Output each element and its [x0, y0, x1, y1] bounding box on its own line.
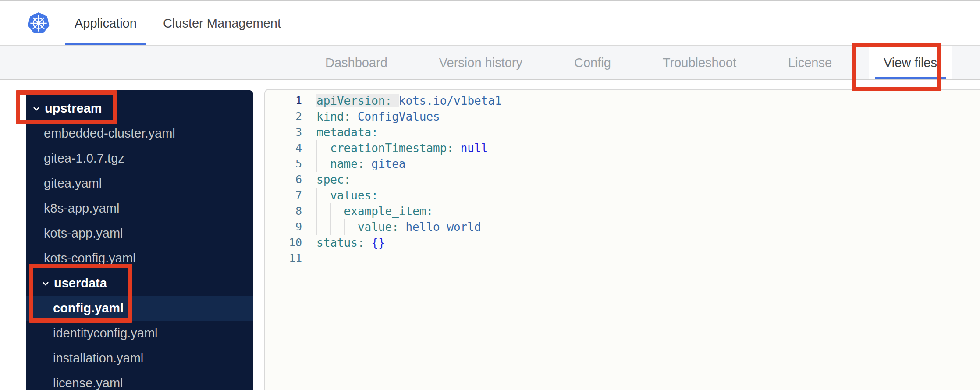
- line-number: 2: [265, 109, 302, 124]
- subnav-item-dashboard[interactable]: Dashboard: [325, 46, 387, 79]
- folder-name: userdata: [54, 276, 107, 291]
- tree-file-kots-config-yaml[interactable]: kots-config.yaml: [26, 246, 253, 271]
- subnav-item-label: Dashboard: [325, 56, 387, 70]
- code-content: spec:: [302, 172, 351, 188]
- token-plain: [365, 236, 372, 249]
- token-key: example_item:: [344, 205, 433, 218]
- subnav-item-version-history[interactable]: Version history: [439, 46, 522, 79]
- subnav-item-view-files[interactable]: View files: [869, 46, 952, 79]
- chevron-down-icon: [41, 279, 50, 288]
- token-key: values:: [330, 189, 378, 202]
- token-key: kind:: [316, 110, 351, 123]
- file-name: embedded-cluster.yaml: [44, 126, 175, 141]
- line-number: 8: [265, 203, 302, 219]
- code-line-4: 4 creationTimestamp: null: [265, 140, 980, 156]
- token-val: hello world: [405, 220, 481, 234]
- app-subnav: DashboardVersion historyConfigTroublesho…: [0, 46, 980, 80]
- token-val: kots.io/v1beta1: [399, 94, 502, 107]
- file-name: gitea-1.0.7.tgz: [44, 151, 124, 166]
- token-key: value:: [358, 220, 399, 234]
- tree-file-gitea-yaml[interactable]: gitea.yaml: [26, 171, 253, 196]
- app-header: ApplicationCluster Management: [0, 1, 980, 46]
- tree-file-k8s-app-yaml[interactable]: k8s-app.yaml: [26, 196, 253, 221]
- header-tab-application[interactable]: Application: [61, 1, 150, 45]
- code-line-10: 10status: {}: [265, 235, 980, 251]
- code-content: example_item:: [302, 203, 433, 219]
- tree-file-identityconfig-yaml[interactable]: identityconfig.yaml: [26, 321, 253, 346]
- indent-guide: [316, 219, 330, 235]
- token-key: spec:: [316, 173, 351, 186]
- header-tab-label: Cluster Management: [163, 16, 281, 31]
- indent-guide: [330, 203, 344, 219]
- tree-file-embedded-cluster-yaml[interactable]: embedded-cluster.yaml: [26, 121, 253, 146]
- file-name: kots-app.yaml: [44, 226, 123, 241]
- tree-file-kots-app-yaml[interactable]: kots-app.yaml: [26, 221, 253, 246]
- line-number: 10: [265, 235, 302, 251]
- file-name: config.yaml: [53, 301, 124, 316]
- header-tab-bar: ApplicationCluster Management: [61, 1, 294, 45]
- line-number: 3: [265, 124, 302, 140]
- header-tab-cluster-management[interactable]: Cluster Management: [150, 1, 294, 45]
- code-line-8: 8 example_item:: [265, 203, 980, 219]
- subnav-item-label: View files: [884, 56, 937, 70]
- indent-guide: [316, 188, 330, 203]
- file-name: k8s-app.yaml: [44, 201, 119, 216]
- file-name: license.yaml: [53, 376, 123, 390]
- code-content: [302, 251, 316, 266]
- indent-guide: [316, 156, 330, 172]
- token-key: metadata:: [316, 126, 378, 139]
- code-line-11: 11: [265, 251, 980, 266]
- code-content: kind: ConfigValues: [302, 109, 440, 124]
- code-content: name: gitea: [302, 156, 406, 172]
- token-key: status:: [316, 236, 365, 249]
- token-plain: [392, 94, 399, 107]
- tree-file-installation-yaml[interactable]: installation.yaml: [26, 346, 253, 371]
- line-number: 7: [265, 188, 302, 203]
- tree-file-license-yaml[interactable]: license.yaml: [26, 371, 253, 390]
- subnav-item-config[interactable]: Config: [574, 46, 611, 79]
- line-number: 4: [265, 140, 302, 156]
- indent-guide: [344, 219, 358, 235]
- file-name: identityconfig.yaml: [53, 326, 158, 340]
- code-content: metadata:: [302, 124, 378, 140]
- token-key: name:: [330, 157, 364, 170]
- file-tree-sidebar: upstreamembedded-cluster.yamlgitea-1.0.7…: [26, 90, 253, 390]
- line-number: 6: [265, 172, 302, 188]
- line-number: 9: [265, 219, 302, 235]
- tree-folder-upstream[interactable]: upstream: [26, 96, 253, 121]
- subnav-item-label: Troubleshoot: [663, 56, 736, 70]
- file-name: kots-config.yaml: [44, 251, 136, 266]
- line-number: 5: [265, 156, 302, 172]
- token-key: apiVersion:: [316, 94, 392, 107]
- line-number: 1: [265, 93, 302, 109]
- code-content: values:: [302, 188, 378, 203]
- subnav-item-troubleshoot[interactable]: Troubleshoot: [663, 46, 736, 79]
- code-line-1: 1apiVersion: kots.io/v1beta1: [265, 93, 980, 109]
- line-number: 11: [265, 251, 302, 266]
- kubernetes-logo-icon: [27, 11, 50, 36]
- code-line-9: 9 value: hello world: [265, 219, 980, 235]
- chevron-down-icon: [32, 104, 41, 113]
- subnav-item-license[interactable]: License: [788, 46, 832, 79]
- indent-guide: [316, 140, 330, 156]
- tree-folder-userdata[interactable]: userdata: [26, 271, 253, 296]
- subnav-item-label: Config: [574, 56, 611, 70]
- kots-admin-console: ApplicationCluster Management DashboardV…: [0, 0, 980, 390]
- tree-file-gitea-1-0-7-tgz[interactable]: gitea-1.0.7.tgz: [26, 146, 253, 171]
- token-atom: {}: [371, 236, 385, 249]
- file-name: gitea.yaml: [44, 176, 102, 191]
- token-val: gitea: [371, 157, 405, 170]
- code-line-6: 6spec:: [265, 172, 980, 188]
- token-plain: [454, 142, 461, 155]
- yaml-editor-panel[interactable]: 1apiVersion: kots.io/v1beta12kind: Confi…: [264, 89, 980, 390]
- indent-guide: [316, 203, 330, 219]
- subnav-item-label: Version history: [439, 56, 522, 70]
- token-val: ConfigValues: [358, 110, 440, 123]
- code-line-5: 5 name: gitea: [265, 156, 980, 172]
- token-key: creationTimestamp:: [330, 142, 454, 155]
- token-plain: [365, 157, 372, 170]
- tree-file-config-yaml[interactable]: config.yaml: [26, 296, 253, 321]
- header-tab-label: Application: [75, 16, 137, 31]
- file-name: installation.yaml: [53, 351, 143, 365]
- subnav-item-label: License: [788, 56, 832, 70]
